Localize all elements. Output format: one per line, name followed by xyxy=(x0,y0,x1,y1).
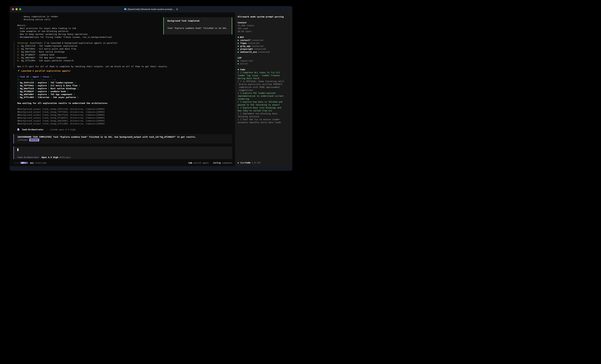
todo-line: Oracle explicitly verifies PERFECT xyxy=(238,83,290,86)
status-bar-right: tab switch agent ctrl+p commands xyxy=(188,162,232,164)
terminal-line: ⚙background_output [task_id=bg_eb87ebb7,… xyxy=(17,119,235,122)
mcp-server-name: websearch_exa xyxy=(240,51,257,53)
terminal-line xyxy=(17,105,235,108)
esc-key-desc: interrupt xyxy=(35,162,47,164)
text-segment: | xyxy=(17,84,20,87)
zoom-window-button[interactable] xyxy=(19,8,21,10)
terminal-line: Thinking: Excellent! I've launched 6 bac… xyxy=(17,42,235,45)
todo-line: [ ] ⚠ CRITICAL: Keep iterating until xyxy=(238,80,290,83)
status-dot-icon xyxy=(238,162,239,163)
terminal-line: ⚙background_output [task_id=bg_df18bb3f,… xyxy=(17,116,235,119)
terminal-line: | bg_eb87ebb7 | explore | TUI App compon… xyxy=(17,93,235,96)
text-segment: [ ] Complete ALL tasks to fix CLI xyxy=(238,71,280,74)
gear-icon: ⚙ xyxy=(17,120,19,122)
todo-line: [ ] Explore how data is fetched and xyxy=(238,100,290,103)
text-segment: CLI entry & data flow xyxy=(51,84,77,87)
text-segment: - Blocking native calls xyxy=(17,18,51,21)
close-window-button[interactable] xyxy=(12,8,14,10)
queued-message-meta: junhoyeoQUEUED xyxy=(17,138,232,141)
mcp-header[interactable]: ▼MCP xyxy=(238,36,290,39)
text-segment: | xyxy=(34,87,38,90)
text-segment: CRITICAL: Keep iterating until xyxy=(245,80,284,83)
text-segment: Focus xyxy=(43,76,49,78)
mcp-server-name: grep_app xyxy=(240,45,250,47)
todo-line: passed to TUI (blocking vs async) xyxy=(238,103,290,106)
text-segment: Rust native bindings xyxy=(51,87,76,90)
ctrlp-key-desc: commands xyxy=(222,162,232,164)
todo-item: [ ] Explore Rust core bindings andhow th… xyxy=(238,106,290,112)
text-segment: explore xyxy=(38,81,47,84)
mcp-section: ▼MCP context7 Connectedfigma Connectedgr… xyxy=(238,36,290,54)
terminal-line xyxy=(17,62,235,65)
terminal-line: | bg_df18bb3f | explore | useData hook | xyxy=(17,90,235,93)
lsp-section: LSP typescripteslint xyxy=(238,57,290,65)
mcp-server-status: Connected xyxy=(257,51,270,53)
agent-header-line: Task-Orchestrator · claude-opus-4-5-high xyxy=(17,128,235,131)
text-segment: bg_df18bb3f xyxy=(20,90,34,93)
todo-line: [ ] Complete ALL tasks to fix CLI xyxy=(238,71,290,74)
thinking-block: Thinking: Excellent! I've launched 6 bac… xyxy=(14,42,235,68)
terminal-line: 1. bg_5547c219 - TUI loader/spinner expl… xyxy=(17,45,235,48)
text-segment: 1. xyxy=(17,45,21,47)
todo-line: fetching solution xyxy=(238,115,290,118)
connected-dot-icon xyxy=(238,40,239,41)
text-segment: [ ] Explore TUI loader/spinner xyxy=(238,92,276,94)
terminal-main-area[interactable]: - Heavy computation in render - Blocking… xyxy=(10,12,235,166)
agent-bar: Task-Orchestrator Opus 4.5 High Anthropi… xyxy=(17,156,232,159)
context-used: 16% used xyxy=(238,27,290,30)
text-segment: · claude-opus-4-5-high xyxy=(44,128,76,131)
text-segment: bg_f9ff3041 xyxy=(20,84,34,87)
text-segment: [ ] Test the fix to ensure loader xyxy=(238,118,280,121)
terminal-line: |----------|--------|--------| xyxy=(17,78,235,81)
text-segment: loader lag issue - loader freezes xyxy=(238,74,280,77)
text-segment: | xyxy=(47,87,50,90)
text-segment: explore xyxy=(38,93,47,96)
lsp-item: eslint xyxy=(238,62,290,65)
connected-dot-icon xyxy=(238,46,239,47)
agent-provider: Anthropic xyxy=(60,156,71,159)
text-segment: rendering xyxy=(238,98,249,100)
text-segment: Now I'll wait for all of them to complet… xyxy=(17,65,168,68)
text-segment: background_output [task_id=bg_f9ff3041, … xyxy=(19,111,105,113)
todo-line: [ ] Explore Rust core bindings and xyxy=(238,106,290,109)
connected-dot-icon xyxy=(238,63,239,64)
text-segment: explore xyxy=(38,87,47,90)
text-segment: | xyxy=(66,90,69,93)
agent-model: Opus 4.5 High xyxy=(42,156,58,159)
background-task-notification: Background Task Completed Task "Explore … xyxy=(163,17,232,34)
text-segment: | xyxy=(49,96,53,98)
window-title: [OpenCode] Ultrawork mode system prompt … xyxy=(124,8,178,11)
text-segment: | xyxy=(76,96,79,98)
todo-line: animates smoothly while data loads xyxy=(238,121,290,124)
text-segment: bg_5547c219 - TUI loader/spinner explora… xyxy=(21,45,77,47)
terminal-block: Launched 6 parallel exploration agents!|… xyxy=(17,69,235,125)
mcp-item: playwright Connected xyxy=(238,48,290,51)
notification-title: Background Task Completed xyxy=(167,19,228,22)
minimize-window-button[interactable] xyxy=(16,8,18,10)
text-segment: Now waiting for all exploration results … xyxy=(17,102,108,104)
terminal-line: 2. bg_f9ff3041 - CLI entry point and dat… xyxy=(17,48,235,50)
prompt-input[interactable]: Task-Orchestrator Opus 4.5 High Anthropi… xyxy=(13,146,232,159)
mcp-item: figma Connected xyxy=(238,42,290,45)
text-segment: bg_df18bb3f - useData hook xyxy=(21,54,54,56)
sidebar[interactable]: Ultrawork mode system prompt parsing Con… xyxy=(235,12,292,166)
text-segment: | xyxy=(17,76,20,78)
text-segment: 5. xyxy=(17,57,21,59)
todo-header[interactable]: ▼Todo xyxy=(238,68,290,71)
mcp-item: grep_app Connected xyxy=(238,45,290,48)
mcp-server-name: context7 xyxy=(240,39,250,41)
terminal-line: Now waiting for all exploration results … xyxy=(17,102,235,105)
text-segment: | xyxy=(34,90,38,93)
todo-line: [ ] Explore TUI loader/spinner xyxy=(238,92,290,95)
terminal-line xyxy=(17,39,235,42)
text-segment: 4. xyxy=(17,54,21,56)
lsp-server-name: typescript xyxy=(240,59,253,62)
text-segment: how they're called from CLI xyxy=(238,109,272,112)
mcp-server-status: Connected xyxy=(247,42,259,44)
mcp-server-status: Connected xyxy=(250,39,263,41)
terminal-line xyxy=(17,99,235,102)
text-segment: passed to TUI (blocking vs async) xyxy=(238,104,280,106)
sidebar-title: Ultrawork mode system prompt parsing xyxy=(238,15,290,18)
text-segment: bg_eb87ebb7 - TUI App main component xyxy=(21,57,67,59)
terminal-line: ⚙background_output [task_id=bg_f9ff3041,… xyxy=(17,111,235,114)
